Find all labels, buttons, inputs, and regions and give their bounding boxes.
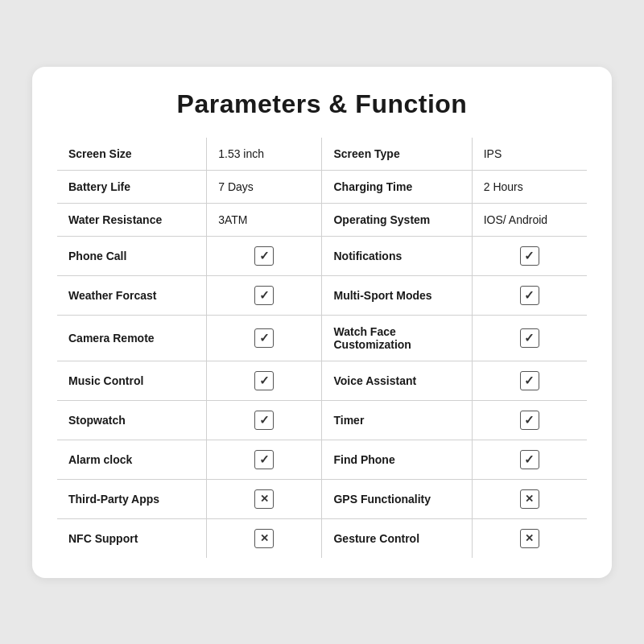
table-row: Weather ForcastMulti-Sport Modes [57, 275, 588, 315]
right-label: Notifications [322, 236, 472, 275]
right-value [472, 236, 587, 275]
right-label: Gesture Control [322, 518, 472, 558]
left-label: Music Control [57, 361, 207, 400]
table-row: Alarm clockFind Phone [57, 440, 588, 479]
table-row: NFC SupportGesture Control [57, 518, 588, 558]
left-value [207, 479, 322, 518]
right-label: Timer [322, 400, 472, 440]
right-value [472, 275, 587, 315]
right-label: Operating System [322, 203, 472, 236]
left-value [207, 518, 322, 558]
left-label: Phone Call [57, 236, 207, 275]
left-value: 3ATM [207, 203, 322, 236]
right-value [472, 440, 587, 479]
left-value [207, 361, 322, 400]
left-value: 1.53 inch [207, 137, 322, 170]
left-label: Water Resistance [57, 203, 207, 236]
right-label: Screen Type [322, 137, 472, 170]
left-value: 7 Days [207, 170, 322, 203]
right-value: 2 Hours [472, 170, 587, 203]
left-label: Weather Forcast [57, 275, 207, 315]
left-label: Battery Life [57, 170, 207, 203]
card: Parameters & Function Screen Size1.53 in… [32, 67, 612, 578]
left-label: Third-Party Apps [57, 479, 207, 518]
left-value [207, 236, 322, 275]
table-row: StopwatchTimer [57, 400, 588, 440]
table-row: Third-Party AppsGPS Functionality [57, 479, 588, 518]
right-value [472, 479, 587, 518]
right-value [472, 518, 587, 558]
left-label: Camera Remote [57, 315, 207, 361]
table-row: Water Resistance3ATMOperating SystemIOS/… [57, 203, 588, 236]
table-row: Phone CallNotifications [57, 236, 588, 275]
right-value [472, 315, 587, 361]
right-value: IPS [472, 137, 587, 170]
table-row: Battery Life7 DaysCharging Time2 Hours [57, 170, 588, 203]
table-row: Music ControlVoice Assistant [57, 361, 588, 400]
right-label: Multi-Sport Modes [322, 275, 472, 315]
table-row: Screen Size1.53 inchScreen TypeIPS [57, 137, 588, 170]
right-value [472, 361, 587, 400]
left-label: Alarm clock [57, 440, 207, 479]
left-label: Screen Size [57, 137, 207, 170]
right-value [472, 400, 587, 440]
params-table: Screen Size1.53 inchScreen TypeIPSBatter… [56, 137, 588, 559]
left-value [207, 315, 322, 361]
right-label: Charging Time [322, 170, 472, 203]
right-label: Voice Assistant [322, 361, 472, 400]
right-value: IOS/ Android [472, 203, 587, 236]
table-row: Camera RemoteWatch Face Customization [57, 315, 588, 361]
right-label: Watch Face Customization [322, 315, 472, 361]
left-value [207, 275, 322, 315]
left-value [207, 440, 322, 479]
right-label: Find Phone [322, 440, 472, 479]
left-label: Stopwatch [57, 400, 207, 440]
left-label: NFC Support [57, 518, 207, 558]
right-label: GPS Functionality [322, 479, 472, 518]
left-value [207, 400, 322, 440]
page-title: Parameters & Function [56, 89, 588, 119]
